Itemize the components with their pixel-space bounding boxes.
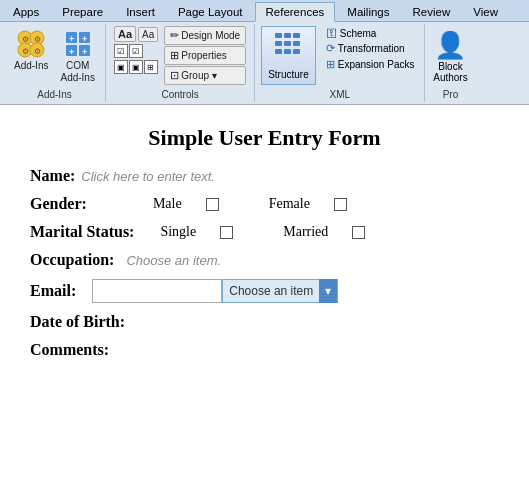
com-add-ins-label: COM Add-Ins — [60, 60, 94, 84]
svg-text:⚙: ⚙ — [34, 47, 41, 56]
controls-aa-row: Aa Aa — [114, 26, 158, 42]
pro-group: 👤 Block Authors Pro — [425, 24, 475, 102]
structure-icon — [274, 31, 302, 69]
xml-group-content: Structure ⚿ Schema ⟳ Transformation ⊞ Ex… — [261, 26, 418, 87]
block-authors-btn[interactable]: 👤 Block Authors — [433, 26, 467, 87]
block-authors-icon: 👤 — [434, 30, 466, 61]
tab-references[interactable]: References — [255, 2, 336, 22]
svg-text:+: + — [69, 34, 74, 44]
email-input[interactable] — [92, 279, 222, 303]
group-label: Group ▾ — [181, 70, 217, 81]
schema-icon: ⚿ — [326, 27, 337, 39]
name-label: Name: — [30, 167, 75, 185]
structure-label: Structure — [268, 69, 309, 80]
add-ins-button[interactable]: ⚙ ⚙ ⚙ ⚙ Add-Ins — [10, 26, 52, 74]
tab-insert[interactable]: Insert — [115, 2, 166, 21]
ctrl-icon-5: ⊞ — [144, 60, 158, 74]
controls-group: Aa Aa ☑ ☑ ▣ ▣ ⊞ — [106, 24, 255, 102]
dob-row: Date of Birth: — [30, 313, 499, 331]
schema-button[interactable]: ⚿ Schema — [322, 26, 419, 40]
svg-text:+: + — [82, 47, 87, 57]
ctrl-icon-4: ▣ — [129, 60, 143, 74]
email-input-row: Choose an item ▾ — [92, 279, 338, 303]
dob-label: Date of Birth: — [30, 313, 125, 331]
comments-row: Comments: — [30, 341, 499, 359]
design-mode-button[interactable]: ✏ Design Mode — [164, 26, 246, 45]
svg-text:⚙: ⚙ — [22, 47, 29, 56]
female-checkbox[interactable] — [334, 198, 347, 211]
expansion-packs-icon: ⊞ — [326, 58, 335, 71]
addins-group-label: Add-Ins — [37, 89, 71, 100]
properties-icon: ⊞ — [170, 49, 179, 62]
female-label: Female — [269, 196, 310, 212]
structure-button[interactable]: Structure — [261, 26, 316, 85]
addins-group: ⚙ ⚙ ⚙ ⚙ Add-Ins — [4, 24, 106, 102]
properties-button[interactable]: ⊞ Properties — [164, 46, 246, 65]
name-row: Name: Click here to enter text. — [30, 167, 499, 185]
ctrl-icon-1: ☑ — [114, 44, 128, 58]
aa-button-1[interactable]: Aa — [114, 26, 136, 42]
svg-text:+: + — [82, 34, 87, 44]
pro-group-label: Pro — [443, 89, 459, 100]
marital-label: Marital Status: — [30, 223, 134, 241]
group-icon: ⊡ — [170, 69, 179, 82]
ribbon: Apps Prepare Insert Page Layout Referenc… — [0, 0, 529, 105]
name-placeholder[interactable]: Click here to enter text. — [81, 169, 215, 184]
single-checkbox[interactable] — [220, 226, 233, 239]
tab-review[interactable]: Review — [402, 2, 462, 21]
svg-text:⚙: ⚙ — [22, 35, 29, 44]
gender-row: Gender: Male Female — [30, 195, 499, 213]
block-authors-label: Block Authors — [433, 61, 467, 83]
svg-rect-18 — [284, 33, 291, 38]
controls-group-label: Controls — [114, 89, 246, 100]
svg-text:+: + — [69, 47, 74, 57]
add-ins-label: Add-Ins — [14, 60, 48, 72]
gender-label: Gender: — [30, 195, 87, 213]
com-add-ins-icon: + + + + — [62, 28, 94, 60]
tab-view[interactable]: View — [462, 2, 509, 21]
group-button[interactable]: ⊡ Group ▾ — [164, 66, 246, 85]
tab-apps[interactable]: Apps — [2, 2, 50, 21]
expansion-packs-button[interactable]: ⊞ Expansion Packs — [322, 57, 419, 72]
male-label: Male — [153, 196, 182, 212]
xml-group: Structure ⚿ Schema ⟳ Transformation ⊞ Ex… — [255, 24, 425, 102]
married-checkbox[interactable] — [352, 226, 365, 239]
ctrl-icon-3: ▣ — [114, 60, 128, 74]
xml-side-buttons: ⚿ Schema ⟳ Transformation ⊞ Expansion Pa… — [322, 26, 419, 72]
transformation-button[interactable]: ⟳ Transformation — [322, 41, 419, 56]
svg-text:⚙: ⚙ — [34, 35, 41, 44]
tab-mailings[interactable]: Mailings — [336, 2, 400, 21]
tab-prepare[interactable]: Prepare — [51, 2, 114, 21]
controls-right-col: ✏ Design Mode ⊞ Properties ⊡ Group ▾ — [164, 26, 246, 85]
ribbon-body: ⚙ ⚙ ⚙ ⚙ Add-Ins — [0, 22, 529, 104]
single-label: Single — [160, 224, 196, 240]
choose-item-dropdown[interactable]: Choose an item ▾ — [222, 279, 338, 303]
schema-label: Schema — [340, 28, 377, 39]
aa-button-2[interactable]: Aa — [138, 27, 158, 42]
occupation-label: Occupation: — [30, 251, 114, 269]
controls-checkbox-row2: ▣ ▣ ⊞ — [114, 60, 158, 74]
tab-page-layout[interactable]: Page Layout — [167, 2, 254, 21]
svg-rect-19 — [284, 41, 291, 46]
occupation-row: Occupation: Choose an item. — [30, 251, 499, 269]
tab-bar: Apps Prepare Insert Page Layout Referenc… — [0, 0, 529, 22]
controls-aa-col: Aa Aa ☑ ☑ ▣ ▣ ⊞ — [114, 26, 158, 74]
svg-rect-20 — [293, 33, 300, 38]
svg-rect-22 — [275, 49, 282, 54]
ctrl-icon-2: ☑ — [129, 44, 143, 58]
transformation-label: Transformation — [338, 43, 405, 54]
xml-group-label: XML — [261, 89, 418, 100]
svg-rect-16 — [275, 33, 282, 38]
choose-item-arrow[interactable]: ▾ — [319, 279, 337, 303]
addins-group-content: ⚙ ⚙ ⚙ ⚙ Add-Ins — [10, 26, 99, 87]
occupation-placeholder[interactable]: Choose an item. — [126, 253, 221, 268]
form-title: Simple User Entry Form — [30, 125, 499, 151]
male-checkbox[interactable] — [206, 198, 219, 211]
com-add-ins-button[interactable]: + + + + COM Add-Ins — [56, 26, 98, 86]
choose-item-label: Choose an item — [223, 282, 319, 300]
design-mode-icon: ✏ — [170, 29, 179, 42]
email-row: Email: Choose an item ▾ — [30, 279, 499, 303]
design-mode-label: Design Mode — [181, 30, 240, 41]
married-label: Married — [283, 224, 328, 240]
add-ins-icon: ⚙ ⚙ ⚙ ⚙ — [15, 28, 47, 60]
